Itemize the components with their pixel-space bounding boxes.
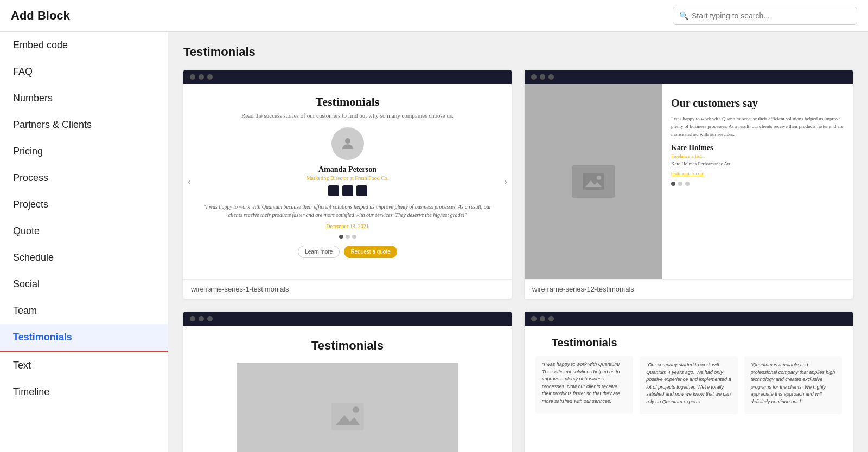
wf2-company: Kate Holmes Performance Art xyxy=(671,161,844,166)
main-layout: Embed code FAQ Numbers Partners & Client… xyxy=(0,32,868,452)
sidebar-item-numbers[interactable]: Numbers xyxy=(0,85,168,112)
dot-1 xyxy=(671,182,675,186)
wireframe-card-4[interactable]: Testimonials "I was happy to work with Q… xyxy=(525,312,853,452)
sidebar-item-text[interactable]: Text xyxy=(0,352,168,379)
instagram-icon xyxy=(342,185,353,196)
browser-bar-2 xyxy=(525,70,853,84)
wf1-avatar xyxy=(331,127,364,160)
browser-dot xyxy=(548,74,554,80)
wf4-quote-card-2: "Our company started to work with Quantu… xyxy=(640,356,737,414)
wf2-quote-text: I was happy to work with Quantum because… xyxy=(671,115,844,138)
wf4-quote-text-1: "I was happy to work with Quantum! Their… xyxy=(542,361,627,405)
svg-point-2 xyxy=(597,176,601,180)
sidebar-item-quote[interactable]: Quote xyxy=(0,218,168,244)
wireframe-label-2: wireframe-series-12-testimonials xyxy=(525,279,853,299)
wireframe-card-3[interactable]: Testimonials wireframe-series-3-testimon… xyxy=(183,312,512,452)
wf1-date: December 13, 2021 xyxy=(200,223,495,229)
wf3-image-placeholder xyxy=(237,363,458,452)
sidebar-item-faq[interactable]: FAQ xyxy=(0,59,168,85)
browser-dot xyxy=(540,316,545,321)
dot-2 xyxy=(346,235,350,239)
sidebar-item-process[interactable]: Process xyxy=(0,165,168,191)
svg-point-4 xyxy=(353,406,359,413)
wf1-buttons: Learn more Request a quote xyxy=(200,246,495,258)
sidebar-item-timeline[interactable]: Timeline xyxy=(0,379,168,405)
wf4-title: Testimonials xyxy=(535,337,633,349)
wf1-person-role: Marketing Director at Fresh Food Co. xyxy=(200,175,495,181)
sidebar-item-social[interactable]: Social xyxy=(0,271,168,298)
wf4-col-3: "Quantum is a reliable and professional … xyxy=(744,337,842,414)
sidebar-item-embed-code[interactable]: Embed code xyxy=(0,32,168,59)
sidebar-item-schedule[interactable]: Schedule xyxy=(0,244,168,271)
browser-bar-4 xyxy=(525,312,853,326)
wf1-title: Testimonials xyxy=(200,95,495,109)
wf1-person-name: Amanda Peterson xyxy=(200,165,495,174)
sidebar: Embed code FAQ Numbers Partners & Client… xyxy=(0,32,168,452)
nav-arrow-left-1[interactable]: ‹ xyxy=(188,176,191,188)
image-placeholder xyxy=(572,165,615,198)
browser-dot xyxy=(207,316,213,321)
wf2-link[interactable]: testimonials.com xyxy=(671,171,844,176)
wireframe-label-1: wireframe-series-1-testimonials xyxy=(183,279,512,299)
header: Add Block 🔍 xyxy=(0,0,868,32)
wf4-col-2: "Our company started to work with Quantu… xyxy=(640,337,737,414)
wf3-title: Testimonials xyxy=(200,339,495,353)
wf4-quote-card-1: "I was happy to work with Quantum! Their… xyxy=(535,356,633,414)
svg-point-0 xyxy=(345,138,350,144)
browser-dot xyxy=(199,74,204,80)
sidebar-item-pricing[interactable]: Pricing xyxy=(0,138,168,165)
svg-rect-3 xyxy=(331,403,364,430)
sidebar-item-partners-clients[interactable]: Partners & Clients xyxy=(0,112,168,138)
search-input[interactable] xyxy=(673,7,857,25)
page-title: Add Block xyxy=(11,9,70,23)
wireframe-card-1[interactable]: ‹ Testimonials Read the success stories … xyxy=(183,70,512,299)
browser-bar-1 xyxy=(183,70,512,84)
browser-dot xyxy=(531,316,537,321)
dot-3 xyxy=(352,235,356,239)
section-title: Testimonials xyxy=(183,45,853,59)
sidebar-item-team[interactable]: Team xyxy=(0,298,168,324)
wf1-quote: "I was happy to work with Quantum becaus… xyxy=(200,203,495,219)
dot-2 xyxy=(678,182,682,186)
wf2-heading: Our customers say xyxy=(671,97,844,109)
sidebar-item-testimonials[interactable]: Testimonials xyxy=(0,324,168,352)
svg-rect-1 xyxy=(583,173,604,190)
browser-dot xyxy=(199,316,204,321)
browser-bar-3 xyxy=(183,312,512,326)
browser-dot xyxy=(540,74,545,80)
wf2-person-name: Kate Holmes xyxy=(671,144,844,152)
browser-dot xyxy=(548,316,554,321)
wf2-image-area xyxy=(525,84,662,279)
sidebar-item-projects[interactable]: Projects xyxy=(0,191,168,218)
content-area: Testimonials ‹ Testimonials Read the suc… xyxy=(168,32,868,452)
search-icon: 🔍 xyxy=(679,11,688,20)
wf4-quote-card-3: "Quantum is a reliable and professional … xyxy=(744,356,842,414)
wireframe-card-2[interactable]: Our customers say I was happy to work wi… xyxy=(525,70,853,299)
nav-arrow-right-1[interactable]: › xyxy=(504,176,507,188)
wf2-left-image xyxy=(525,84,662,279)
dot-3 xyxy=(685,182,690,186)
wf2-right-content: Our customers say I was happy to work wi… xyxy=(662,84,853,279)
wireframe-preview-3: Testimonials xyxy=(183,326,512,452)
browser-dot xyxy=(531,74,537,80)
wf1-subtitle: Read the success stories of our customer… xyxy=(200,112,495,119)
wf2-dots xyxy=(671,182,844,186)
wf1-dots xyxy=(200,235,495,239)
request-quote-button[interactable]: Request a quote xyxy=(344,246,397,258)
browser-dot xyxy=(190,316,195,321)
wireframe-grid: ‹ Testimonials Read the success stories … xyxy=(183,70,853,452)
wf4-quote-text-2: "Our company started to work with Quantu… xyxy=(646,361,731,405)
learn-more-button[interactable]: Learn more xyxy=(298,246,340,258)
wireframe-preview-2: Our customers say I was happy to work wi… xyxy=(525,84,853,279)
twitter-icon xyxy=(356,185,367,196)
dot-1 xyxy=(339,235,343,239)
wf4-quote-text-3: "Quantum is a reliable and professional … xyxy=(751,361,835,405)
wf2-person-role: Freelance artist... xyxy=(671,153,844,159)
search-container: 🔍 xyxy=(673,7,857,25)
wireframe-preview-4: Testimonials "I was happy to work with Q… xyxy=(525,326,853,452)
browser-dot xyxy=(190,74,195,80)
wireframe-preview-1: ‹ Testimonials Read the success stories … xyxy=(183,84,512,279)
facebook-icon xyxy=(328,185,339,196)
browser-dot xyxy=(207,74,213,80)
wf1-social-icons xyxy=(200,185,495,196)
